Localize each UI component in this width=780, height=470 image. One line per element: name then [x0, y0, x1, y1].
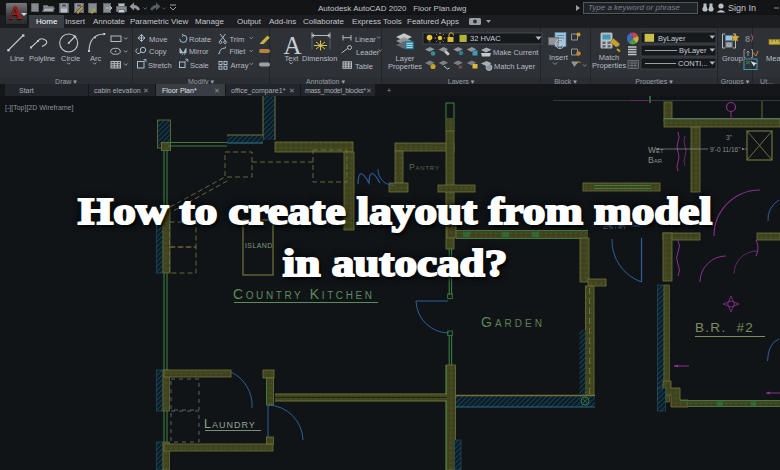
svg-text:Pantry: Pantry [409, 162, 440, 172]
svg-text:9'-0 11/16": 9'-0 11/16" [710, 146, 741, 153]
svg-text:A: A [284, 32, 302, 59]
svg-text:CONTI...: CONTI... [678, 59, 708, 68]
svg-text:3": 3" [726, 134, 733, 141]
svg-text:32 HVAC: 32 HVAC [470, 34, 501, 43]
svg-text:8: 8 [745, 34, 750, 44]
svg-text:Wet: Wet [648, 145, 664, 155]
svg-text:ByLayer: ByLayer [658, 34, 686, 43]
svg-text:Laundry: Laundry [204, 417, 256, 431]
svg-text:Bar: Bar [648, 155, 663, 165]
svg-text:B.R. #2: B.R. #2 [695, 320, 754, 335]
svg-text:ByLayer: ByLayer [679, 46, 707, 55]
svg-text:Garden: Garden [481, 314, 545, 330]
